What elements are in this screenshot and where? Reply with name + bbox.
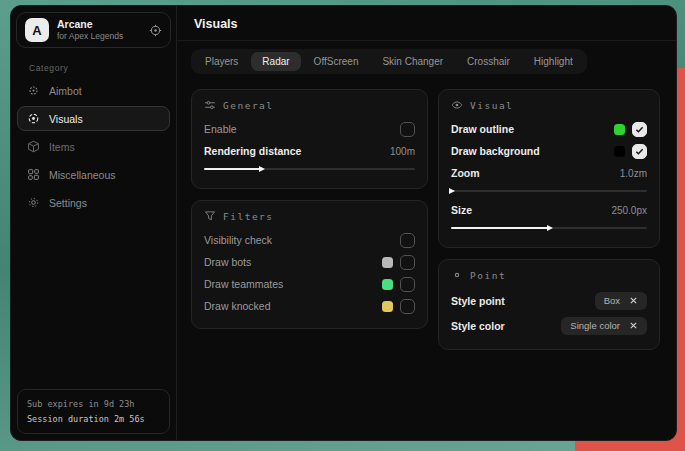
draw-knocked-checkbox[interactable] xyxy=(400,299,415,314)
sidebar-item-label: Settings xyxy=(49,197,87,209)
sidebar-item-label: Visuals xyxy=(49,113,83,125)
visuals-icon xyxy=(27,112,40,125)
sidebar-item-label: Miscellaneous xyxy=(49,169,116,181)
style-color-label: Style color xyxy=(451,320,505,332)
sliders-icon xyxy=(204,99,216,111)
session-duration-text: Session duration 2m 56s xyxy=(27,412,160,426)
rendering-distance-label: Rendering distance xyxy=(204,145,301,157)
slider-thumb[interactable] xyxy=(449,188,455,194)
draw-bots-color-swatch[interactable] xyxy=(382,257,393,268)
draw-bots-checkbox[interactable] xyxy=(400,255,415,270)
close-icon[interactable] xyxy=(629,296,638,305)
sidebar-item-label: Aimbot xyxy=(49,85,82,97)
gear-icon xyxy=(27,196,40,209)
visuals-tabbar: Players Radar OffScreen Skin Changer Cro… xyxy=(191,49,587,74)
eye-icon xyxy=(451,99,463,111)
sidebar-item-miscellaneous[interactable]: Miscellaneous xyxy=(17,162,170,187)
rendering-distance-row: Rendering distance 100m xyxy=(204,140,415,162)
zoom-label: Zoom xyxy=(451,167,480,179)
category-label: Category xyxy=(29,63,176,73)
draw-background-label: Draw background xyxy=(451,145,540,157)
style-point-row: Style point Box xyxy=(451,288,647,313)
visibility-check-checkbox[interactable] xyxy=(400,233,415,248)
point-icon xyxy=(451,269,463,281)
card-title: Point xyxy=(470,270,506,281)
size-value: 250.0px xyxy=(611,205,647,216)
main-header: Visuals xyxy=(177,6,676,41)
draw-teammates-checkbox[interactable] xyxy=(400,277,415,292)
enable-checkbox[interactable] xyxy=(400,122,415,137)
rendering-distance-slider[interactable] xyxy=(204,164,415,173)
crosshair-icon xyxy=(27,84,40,97)
draw-outline-row: Draw outline xyxy=(451,118,647,140)
brand-card: A Arcane for Apex Legends xyxy=(16,12,171,48)
draw-teammates-row: Draw teammates xyxy=(204,273,415,295)
check-icon xyxy=(635,142,644,160)
tab-skin-changer[interactable]: Skin Changer xyxy=(371,52,454,71)
box-icon xyxy=(27,140,40,153)
draw-knocked-label: Draw knocked xyxy=(204,300,271,312)
tab-offscreen[interactable]: OffScreen xyxy=(303,52,370,71)
tab-highlight[interactable]: Highlight xyxy=(523,52,584,71)
slider-thumb[interactable] xyxy=(259,166,265,172)
check-icon xyxy=(635,120,644,138)
point-card: Point Style point Box Style color xyxy=(438,259,660,350)
draw-background-row: Draw background xyxy=(451,140,647,162)
card-title: General xyxy=(223,100,274,111)
zoom-row: Zoom 1.0zm xyxy=(451,162,647,184)
sidebar-item-label: Items xyxy=(49,141,75,153)
draw-background-color-swatch[interactable] xyxy=(614,146,625,157)
card-title: Visual xyxy=(470,100,513,111)
session-status-card: Sub expires in 9d 23h Session duration 2… xyxy=(17,389,170,434)
tab-crosshair[interactable]: Crosshair xyxy=(456,52,521,71)
tab-radar[interactable]: Radar xyxy=(251,52,300,71)
style-point-value: Box xyxy=(604,295,620,306)
app-logo: A xyxy=(25,18,49,42)
sidebar: A Arcane for Apex Legends Category Aimbo… xyxy=(11,6,177,440)
card-title: Filters xyxy=(223,211,274,222)
draw-teammates-color-swatch[interactable] xyxy=(382,279,393,290)
app-subtitle: for Apex Legends xyxy=(57,31,141,42)
draw-bots-label: Draw bots xyxy=(204,256,251,268)
rendering-distance-value: 100m xyxy=(390,146,415,157)
visual-card: Visual Draw outline Draw background xyxy=(438,89,660,248)
visibility-check-label: Visibility check xyxy=(204,234,272,246)
main-panel: Visuals Players Radar OffScreen Skin Cha… xyxy=(177,6,676,440)
draw-background-checkbox[interactable] xyxy=(632,144,647,159)
zoom-value: 1.0zm xyxy=(620,168,647,179)
draw-knocked-row: Draw knocked xyxy=(204,295,415,317)
app-title: Arcane xyxy=(57,18,141,31)
style-point-label: Style point xyxy=(451,295,505,307)
sidebar-item-settings[interactable]: Settings xyxy=(17,190,170,215)
size-slider[interactable] xyxy=(451,223,647,232)
draw-knocked-color-swatch[interactable] xyxy=(382,301,393,312)
draw-outline-label: Draw outline xyxy=(451,123,514,135)
app-window: A Arcane for Apex Legends Category Aimbo… xyxy=(10,5,677,441)
sidebar-nav: Aimbot Visuals Items Miscellaneous xyxy=(11,78,176,215)
style-color-value: Single color xyxy=(570,320,620,331)
enable-label: Enable xyxy=(204,123,237,135)
filters-card: Filters Visibility check Draw bots xyxy=(191,200,428,329)
content-area: General Enable Rendering distance 100m xyxy=(177,74,676,350)
draw-outline-color-swatch[interactable] xyxy=(614,124,625,135)
target-icon[interactable] xyxy=(149,24,162,37)
close-icon[interactable] xyxy=(629,321,638,330)
sidebar-item-visuals[interactable]: Visuals xyxy=(17,106,170,131)
style-color-row: Style color Single color xyxy=(451,313,647,338)
slider-thumb[interactable] xyxy=(547,225,553,231)
size-row: Size 250.0px xyxy=(451,199,647,221)
sidebar-item-aimbot[interactable]: Aimbot xyxy=(17,78,170,103)
style-point-select[interactable]: Box xyxy=(595,292,647,310)
zoom-slider[interactable] xyxy=(451,186,647,195)
visibility-check-row: Visibility check xyxy=(204,229,415,251)
tab-players[interactable]: Players xyxy=(194,52,249,71)
draw-outline-checkbox[interactable] xyxy=(632,122,647,137)
enable-row: Enable xyxy=(204,118,415,140)
sub-expiry-text: Sub expires in 9d 23h xyxy=(27,397,160,411)
sidebar-item-items[interactable]: Items xyxy=(17,134,170,159)
draw-bots-row: Draw bots xyxy=(204,251,415,273)
style-color-select[interactable]: Single color xyxy=(561,317,647,335)
grid-icon xyxy=(27,168,40,181)
page-title: Visuals xyxy=(194,17,676,31)
funnel-icon xyxy=(204,210,216,222)
